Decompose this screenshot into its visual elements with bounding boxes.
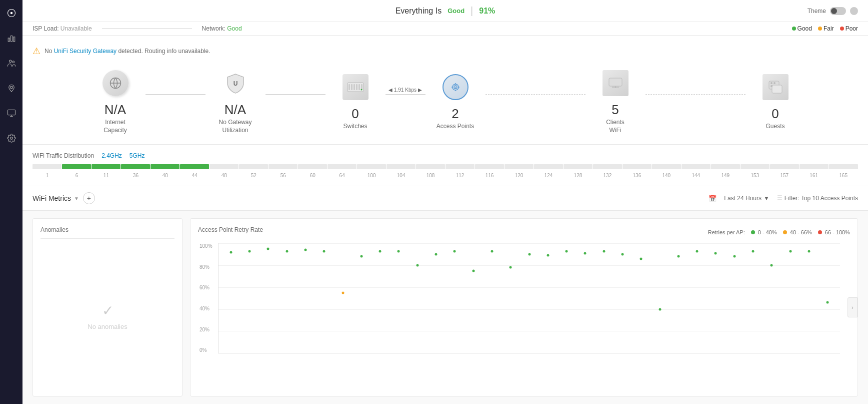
channel-label-136: 136 <box>622 173 652 178</box>
svg-point-9 <box>10 137 12 140</box>
status-percent: 91% <box>479 7 495 16</box>
topo-clients: 5 ClientsWiFi <box>586 69 646 134</box>
svg-point-28 <box>770 85 772 87</box>
channel-153 <box>740 164 770 169</box>
svg-point-26 <box>770 82 772 84</box>
gateway-icon: U <box>222 69 250 97</box>
dot-12 <box>454 250 456 252</box>
channel-label-6: 6 <box>62 173 92 178</box>
y-0: 0% <box>200 347 212 353</box>
chart-expand-button[interactable]: › <box>848 297 858 317</box>
metrics-dropdown-arrow[interactable]: ▼ <box>74 196 79 201</box>
dot-16 <box>528 253 530 256</box>
channel-label-153: 153 <box>740 173 770 178</box>
legend-0-40: 0 - 40% <box>751 229 777 235</box>
channel-104 <box>386 164 416 169</box>
band-5ghz[interactable]: 5GHz <box>130 152 145 159</box>
svg-text:U: U <box>233 80 238 87</box>
dot-23 <box>658 308 661 310</box>
channel-36 <box>121 164 150 169</box>
sidebar-item-maps[interactable] <box>4 80 20 96</box>
channel-label-108: 108 <box>416 173 446 178</box>
sidebar-item-dashboard[interactable] <box>4 5 20 21</box>
check-icon: ✓ <box>102 302 114 319</box>
theme-toggle[interactable] <box>830 7 846 15</box>
channel-label-144: 144 <box>681 173 710 178</box>
dot-10 <box>416 264 418 267</box>
dot-13 <box>472 269 474 272</box>
channel-124 <box>534 164 563 169</box>
channel-40 <box>150 164 180 169</box>
ap-value: 2 <box>452 106 458 122</box>
dot-8 <box>379 250 382 252</box>
isp-load: ISP Load: Unavailable <box>32 25 92 32</box>
add-widget-button[interactable]: + <box>83 192 95 204</box>
sidebar-item-settings[interactable] <box>4 130 20 146</box>
channel-label-120: 120 <box>504 173 534 178</box>
time-filter-arrow: ▼ <box>764 195 770 202</box>
fair-dot <box>818 27 822 31</box>
gateway-label: No GatewayUtilization <box>218 119 252 134</box>
retry-header: Access Point Retry Rate Retries per AP: … <box>198 226 850 238</box>
wifi-dist-title: WiFi Traffic Distribution <box>32 152 94 159</box>
time-filter-dropdown[interactable]: Last 24 Hours ▼ <box>724 195 770 202</box>
network-overview: ⚠ No UniFi Security Gateway detected. Ro… <box>22 36 868 145</box>
good-dot <box>792 27 796 31</box>
topo-line-2 <box>266 94 326 95</box>
topo-line-3: ◀ 1.91 Kbps ▶ <box>386 94 426 95</box>
green-dot <box>751 230 755 234</box>
channel-6 <box>62 164 91 169</box>
channel-136 <box>622 164 652 169</box>
channel-label-56: 56 <box>268 173 298 178</box>
clients-value: 5 <box>612 102 618 118</box>
dot-19 <box>584 252 586 254</box>
sidebar-item-clients[interactable] <box>4 55 20 71</box>
dot-2 <box>267 248 270 250</box>
wifi-distribution: WiFi Traffic Distribution 2.4GHz 5GHz 16… <box>22 145 868 186</box>
channel-149 <box>711 164 740 169</box>
y-20: 20% <box>200 327 212 332</box>
dot-15 <box>510 266 512 269</box>
network-status: Network: Good <box>202 25 242 32</box>
retries-legend: Retries per AP: 0 - 40% 40 - 66% <box>708 229 850 235</box>
clients-icon <box>602 69 630 97</box>
channel-label-116: 116 <box>475 173 504 178</box>
y-40: 40% <box>200 306 212 311</box>
calendar-icon: 📅 <box>708 195 716 202</box>
ap-icon <box>442 73 470 101</box>
svg-rect-15 <box>354 84 355 90</box>
channel-132 <box>593 164 622 169</box>
channel-label-140: 140 <box>652 173 681 178</box>
channel-label-161: 161 <box>799 173 828 178</box>
svg-point-5 <box>9 60 12 63</box>
channel-label-165: 165 <box>828 173 858 178</box>
switch-icon <box>342 73 370 101</box>
speed-indicator: ◀ 1.91 Kbps ▶ <box>388 87 422 93</box>
channel-44 <box>180 164 209 169</box>
sidebar-item-devices[interactable] <box>4 105 20 121</box>
guests-icon <box>762 73 790 101</box>
legend-66-100: 66 - 100% <box>818 229 850 235</box>
internet-value: N/A <box>104 102 126 118</box>
dot-11 <box>435 253 438 256</box>
dot-0 <box>230 251 232 253</box>
theme-moon-icon[interactable] <box>850 7 858 15</box>
access-points-filter[interactable]: ☰ Filter: Top 10 Access Points <box>777 195 858 202</box>
arrow-right: ▶ <box>418 87 422 93</box>
topo-dashed-line-2 <box>646 94 746 95</box>
warning-icon: ⚠ <box>32 46 40 57</box>
metrics-title: WiFi Metrics ▼ <box>32 194 79 202</box>
dot-28 <box>752 250 754 252</box>
status-bar: ISP Load: Unavailable Network: Good Good… <box>22 22 868 36</box>
channel-label-64: 64 <box>328 173 357 178</box>
channels-bar <box>32 164 858 169</box>
clients-label: ClientsWiFi <box>606 119 624 134</box>
retry-title: Access Point Retry Rate <box>198 226 263 233</box>
channel-label-36: 36 <box>121 173 150 178</box>
dot-21 <box>621 253 624 256</box>
band-24ghz[interactable]: 2.4GHz <box>102 152 122 159</box>
network-value: Good <box>227 25 242 32</box>
security-gateway-link[interactable]: UniFi Security Gateway <box>54 48 116 55</box>
sidebar-item-stats[interactable] <box>4 30 20 46</box>
dot-31 <box>808 250 810 252</box>
